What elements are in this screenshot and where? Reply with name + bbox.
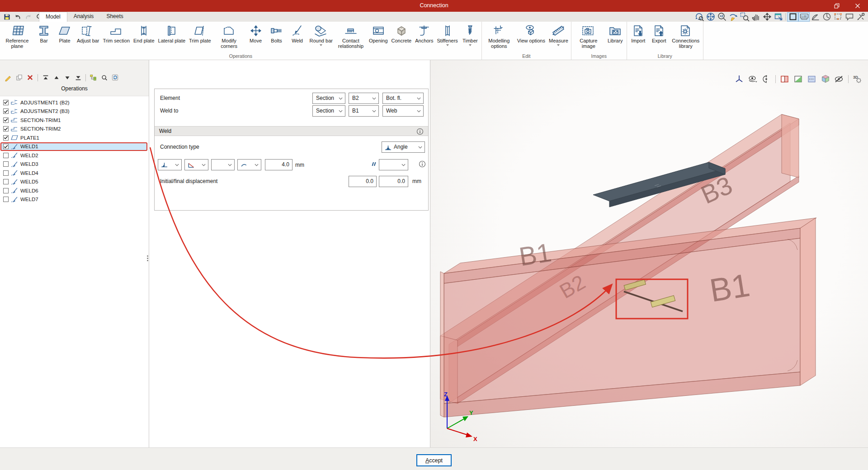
tab-analysis[interactable]: Analysis [67,12,100,22]
ribbon-button-end-plate[interactable]: End plate [132,22,156,52]
3d-viewport[interactable]: 3D B3B2 B1B1 [430,60,868,447]
search-small-button[interactable] [99,73,109,82]
solid-view-button[interactable] [787,12,798,22]
panel-splitter[interactable] [147,254,149,262]
ribbon-button-adjust-bar[interactable]: Adjust bar [75,22,101,52]
ribbon-button-trim-section[interactable]: Trim section [101,22,132,52]
tree-item-weld4[interactable]: WELD4 [0,169,149,178]
pan-hand-button[interactable] [750,12,761,22]
ribbon-button-import[interactable]: Import [628,22,649,52]
element-type-dropdown[interactable]: Section [312,93,345,104]
move-top-button[interactable] [41,73,50,82]
tree-item-plate1[interactable]: PLATE1 [0,133,149,142]
send-window-button[interactable] [773,12,784,22]
ribbon-button-reference-plane[interactable]: Reference plane [1,22,33,52]
displacement-final-input[interactable]: 0.0 [379,176,408,187]
weld-to-type-dropdown[interactable]: Section [312,105,345,117]
ribbon-button-view-options[interactable]: View options [515,22,547,52]
protractor-button[interactable] [810,12,821,22]
group-tree-button[interactable] [89,73,98,82]
ribbon-button-weld[interactable]: Weld [287,22,308,52]
ribbon-button-stiffeners[interactable]: Stiffeners [435,22,460,52]
redo-button[interactable] [24,12,33,21]
ribbon-button-anchors[interactable]: Anchors [413,22,435,52]
tree-item-weld5[interactable]: WELD5 [0,178,149,187]
zoom-x2-button[interactable]: ×2 [716,12,727,22]
tree-item-section-trim2[interactable]: SECTION-TRIM2 [0,125,149,134]
save-button[interactable] [2,12,12,21]
move-bottom-button[interactable] [73,73,83,82]
ribbon-button-bolts[interactable]: Bolts [266,22,287,52]
ribbon-button-connections-library[interactable]: Connections library [670,22,702,52]
weld-extra-dropdown[interactable] [379,159,408,170]
purge-button[interactable] [110,73,120,82]
ribbon-button-timber[interactable]: Timber [460,22,481,52]
checkbox[interactable] [3,179,9,184]
redo-edit-button[interactable] [727,12,739,22]
ribbon-button-bar[interactable]: Bar [33,22,54,52]
zoom-fit-button[interactable] [705,12,716,22]
checkbox[interactable] [3,197,9,202]
rotate-zoom-button[interactable] [693,12,705,22]
tree-item-section-trim1[interactable]: SECTION-TRIM1 [0,116,149,125]
info-icon[interactable] [416,128,424,135]
dashed-section-button[interactable] [806,74,818,85]
ribbon-button-trim-plate[interactable]: Trim plate [187,22,213,52]
checkbox[interactable] [3,126,9,132]
move-down-button[interactable] [62,73,72,82]
tab-model[interactable]: Model [39,12,67,22]
weld-to-part-dropdown[interactable]: Web [382,105,424,117]
ribbon-button-plate[interactable]: Plate [54,22,75,52]
shade-half-button[interactable] [793,74,804,85]
comment-button[interactable] [844,12,855,22]
select-dashed-button[interactable] [832,12,844,22]
ribbon-button-round-bar[interactable]: Round bar [308,22,335,52]
ribbon-button-measure[interactable]: Measure [547,22,570,52]
ribbon-button-lateral-plate[interactable]: Lateral plate [156,22,188,52]
tab-sheets[interactable]: Sheets [100,12,129,22]
axis-tripod-button[interactable] [733,74,745,85]
edit-pencil-button[interactable] [4,73,13,82]
tree-item-weld2[interactable]: WELD2 [0,151,149,160]
checkbox[interactable] [3,144,9,149]
ribbon-button-opening[interactable]: Opening [367,22,390,52]
weld-type-dropdown[interactable] [158,159,182,170]
clock-pie-button[interactable] [821,12,832,22]
checkbox[interactable] [3,108,9,114]
checkbox[interactable] [3,100,9,105]
checkbox[interactable] [3,135,9,141]
hide-eye-button[interactable] [833,74,845,85]
weld-size-input[interactable]: 4.0 [265,159,292,170]
cube-layers-button[interactable] [820,74,831,85]
close-window-button[interactable] [847,0,868,12]
ribbon-button-contact-relationship[interactable]: Contact relationship [335,22,367,52]
ribbon-button-capture-image[interactable]: Capture image [572,22,605,52]
checkbox[interactable] [3,153,9,158]
scale-ruler-button[interactable]: 1.00 [798,12,810,22]
checkbox[interactable] [3,161,9,167]
tree-item-weld7[interactable]: WELD7 [0,195,149,204]
ribbon-button-library[interactable]: Library [605,22,626,52]
undo-button[interactable] [13,12,23,21]
weld-material-dropdown[interactable] [184,159,208,170]
weld-option-dropdown[interactable] [211,159,235,170]
orbit-pin-button[interactable] [760,74,772,85]
clip-plane-button[interactable] [779,74,791,85]
gear-3d-button[interactable]: 3D [852,74,863,85]
tree-item-weld6[interactable]: WELD6 [0,186,149,195]
ribbon-button-concrete[interactable]: Concrete [390,22,414,52]
connection-type-dropdown[interactable]: Angle [382,141,425,153]
ribbon-button-modify-corners[interactable]: Modify corners [213,22,245,52]
accept-button[interactable]: Accept [416,454,452,466]
ribbon-button-export[interactable]: Export [649,22,670,52]
weld-contour-dropdown[interactable] [237,159,261,170]
move-cross-button[interactable] [761,12,773,22]
checkbox[interactable] [3,170,9,176]
tree-item-weld3[interactable]: WELD3 [0,160,149,169]
checkbox[interactable] [3,118,9,123]
orbit-eye-button[interactable] [747,74,759,85]
element-member-dropdown[interactable]: B2 [349,93,379,104]
tree-item-adjustment2-b3-[interactable]: ADJUSTMENT2 (B3) [0,107,149,116]
element-part-dropdown[interactable]: Bot. fl. [382,93,424,104]
displacement-initial-input[interactable]: 0.0 [349,176,377,187]
